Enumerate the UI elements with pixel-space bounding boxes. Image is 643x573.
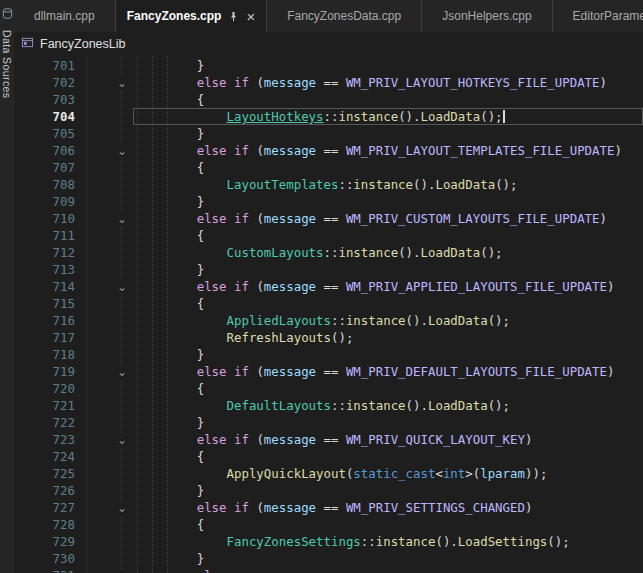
breakpoint-margin[interactable]	[75, 533, 112, 550]
tab-fancyzones[interactable]: FancyZones.cpp ×	[116, 0, 267, 32]
code-line[interactable]: 709 }	[14, 193, 643, 210]
line-number[interactable]: 723	[14, 431, 75, 448]
breakpoint-margin[interactable]	[75, 159, 112, 176]
code-line[interactable]: 721 DefaultLayouts::instance().LoadData(…	[14, 397, 643, 414]
breadcrumb-project[interactable]: FancyZonesLib	[40, 37, 125, 51]
tab-dllmain[interactable]: dllmain.cpp	[14, 0, 116, 32]
breakpoint-margin[interactable]	[75, 210, 112, 227]
line-number[interactable]: 704	[14, 108, 75, 125]
breakpoint-margin[interactable]	[75, 465, 112, 482]
breakpoint-margin[interactable]	[75, 431, 112, 448]
editor[interactable]: 701 }702⌄ else if (message == WM_PRIV_LA…	[14, 56, 643, 573]
breakpoint-margin[interactable]	[75, 57, 112, 74]
line-number[interactable]: 715	[14, 295, 75, 312]
line-number[interactable]: 714	[14, 278, 75, 295]
breakpoint-margin[interactable]	[75, 482, 112, 499]
breakpoint-margin[interactable]	[75, 329, 112, 346]
line-number[interactable]: 710	[14, 210, 75, 227]
code-line[interactable]: 727⌄ else if (message == WM_PRIV_SETTING…	[14, 499, 643, 516]
pin-icon[interactable]	[228, 11, 239, 22]
line-number[interactable]: 701	[14, 57, 75, 74]
breakpoint-margin[interactable]	[75, 74, 112, 91]
breakpoint-margin[interactable]	[75, 550, 112, 567]
fold-chevron-icon[interactable]: ⌄	[112, 499, 132, 516]
line-number[interactable]: 707	[14, 159, 75, 176]
code-line[interactable]: 715 {	[14, 295, 643, 312]
breakpoint-margin[interactable]	[75, 125, 112, 142]
code-line[interactable]: 717 RefreshLayouts();	[14, 329, 643, 346]
fold-chevron-icon[interactable]: ⌄	[112, 278, 132, 295]
breakpoint-margin[interactable]	[75, 142, 112, 159]
fold-chevron-icon[interactable]: ⌄	[112, 363, 132, 380]
line-number[interactable]: 713	[14, 261, 75, 278]
line-number[interactable]: 721	[14, 397, 75, 414]
code-line[interactable]: 713 }	[14, 261, 643, 278]
line-number[interactable]: 703	[14, 91, 75, 108]
line-number[interactable]: 705	[14, 125, 75, 142]
code-line[interactable]: 712 CustomLayouts::instance().LoadData()…	[14, 244, 643, 261]
breakpoint-margin[interactable]	[75, 176, 112, 193]
code-line[interactable]: 702⌄ else if (message == WM_PRIV_LAYOUT_…	[14, 74, 643, 91]
code-line[interactable]: 725 ApplyQuickLayout(static_cast<int>(lp…	[14, 465, 643, 482]
code-line[interactable]: 701 }	[14, 57, 643, 74]
tab-editorparameters[interactable]: EditorParamete	[553, 0, 643, 32]
close-icon[interactable]: ×	[246, 9, 255, 24]
fold-chevron-icon[interactable]: ⌄	[112, 142, 132, 159]
breakpoint-margin[interactable]	[75, 346, 112, 363]
line-number[interactable]: 731	[14, 567, 75, 573]
line-number[interactable]: 725	[14, 465, 75, 482]
line-number[interactable]: 726	[14, 482, 75, 499]
tab-jsonhelpers[interactable]: JsonHelpers.cpp	[422, 0, 552, 32]
breakpoint-margin[interactable]	[75, 193, 112, 210]
fold-chevron-icon[interactable]: ⌄	[112, 431, 132, 448]
tab-fancyzonesdata[interactable]: FancyZonesData.cpp	[267, 0, 422, 32]
breakpoint-margin[interactable]	[75, 108, 112, 125]
fold-chevron-icon[interactable]: ⌄	[112, 74, 132, 91]
breakpoint-margin[interactable]	[75, 278, 112, 295]
side-tab-data-sources[interactable]: Data Sources	[1, 30, 13, 98]
code-line[interactable]: 731⌄ else	[14, 567, 643, 573]
line-number[interactable]: 729	[14, 533, 75, 550]
code-line[interactable]: 704 LayoutHotkeys::instance().LoadData()…	[14, 108, 643, 125]
fold-chevron-icon[interactable]: ⌄	[112, 210, 132, 227]
line-number[interactable]: 730	[14, 550, 75, 567]
code-line[interactable]: 707 {	[14, 159, 643, 176]
breakpoint-margin[interactable]	[75, 363, 112, 380]
code-line[interactable]: 723⌄ else if (message == WM_PRIV_QUICK_L…	[14, 431, 643, 448]
code-line[interactable]: 729 FancyZonesSettings::instance().LoadS…	[14, 533, 643, 550]
code-line[interactable]: 722 }	[14, 414, 643, 431]
line-number[interactable]: 712	[14, 244, 75, 261]
breakpoint-margin[interactable]	[75, 448, 112, 465]
code-line[interactable]: 711 {	[14, 227, 643, 244]
breakpoint-margin[interactable]	[75, 295, 112, 312]
code-line[interactable]: 703 {	[14, 91, 643, 108]
breakpoint-margin[interactable]	[75, 380, 112, 397]
line-number[interactable]: 720	[14, 380, 75, 397]
line-number[interactable]: 719	[14, 363, 75, 380]
breakpoint-margin[interactable]	[75, 499, 112, 516]
breakpoint-margin[interactable]	[75, 414, 112, 431]
breakpoint-margin[interactable]	[75, 312, 112, 329]
breakpoint-margin[interactable]	[75, 516, 112, 533]
code-line[interactable]: 706⌄ else if (message == WM_PRIV_LAYOUT_…	[14, 142, 643, 159]
breakpoint-margin[interactable]	[75, 397, 112, 414]
code-line[interactable]: 708 LayoutTemplates::instance().LoadData…	[14, 176, 643, 193]
code-line[interactable]: 720 {	[14, 380, 643, 397]
fold-chevron-icon[interactable]: ⌄	[112, 567, 132, 573]
line-number[interactable]: 702	[14, 74, 75, 91]
code-line[interactable]: 714⌄ else if (message == WM_PRIV_APPLIED…	[14, 278, 643, 295]
line-number[interactable]: 709	[14, 193, 75, 210]
line-number[interactable]: 718	[14, 346, 75, 363]
breakpoint-margin[interactable]	[75, 244, 112, 261]
breakpoint-margin[interactable]	[75, 227, 112, 244]
code-line[interactable]: 718 }	[14, 346, 643, 363]
line-number[interactable]: 722	[14, 414, 75, 431]
line-number[interactable]: 711	[14, 227, 75, 244]
line-number[interactable]: 727	[14, 499, 75, 516]
breakpoint-margin[interactable]	[75, 567, 112, 573]
code-line[interactable]: 716 AppliedLayouts::instance().LoadData(…	[14, 312, 643, 329]
line-number[interactable]: 728	[14, 516, 75, 533]
breakpoint-margin[interactable]	[75, 261, 112, 278]
line-number[interactable]: 706	[14, 142, 75, 159]
code-line[interactable]: 724 {	[14, 448, 643, 465]
